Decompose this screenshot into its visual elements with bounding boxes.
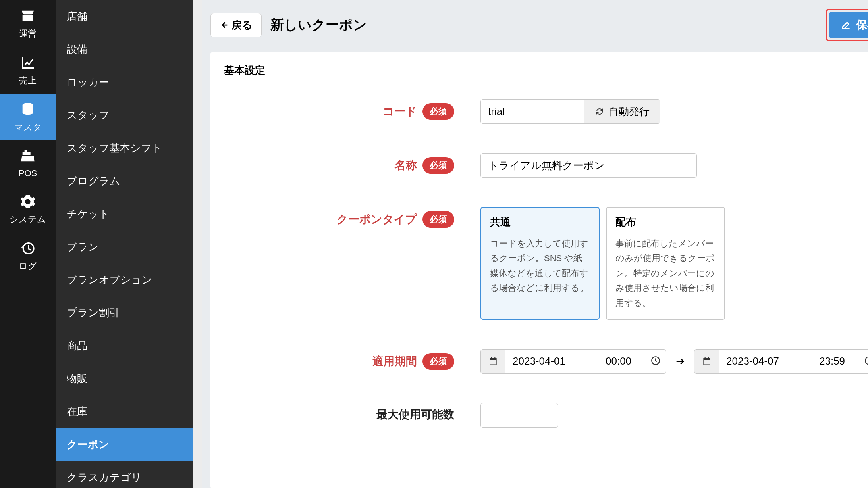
row-max-use: 最大使用可能数	[224, 403, 868, 428]
card-title: 基本設定	[210, 52, 868, 87]
history-icon	[20, 240, 36, 256]
label-code: コード	[383, 104, 417, 119]
snav-product[interactable]: 商品	[56, 329, 193, 362]
snav-coupon[interactable]: クーポン	[56, 428, 193, 461]
snav-merchandise[interactable]: 物販	[56, 362, 193, 395]
chart-line-icon	[20, 55, 36, 71]
snav-store[interactable]: 店舗	[56, 0, 193, 33]
coupon-type-distributed[interactable]: 配布 事前に配布したメンバーのみが使用できるクーポン。特定のメンバーにのみ使用さ…	[606, 207, 725, 320]
pnav-label: POS	[19, 168, 37, 179]
snav-ticket[interactable]: チケット	[56, 198, 193, 231]
gear-icon	[20, 194, 36, 209]
pnav-label: システム	[10, 213, 46, 225]
pnav-operations[interactable]: 運営	[0, 0, 56, 47]
pnav-label: ログ	[19, 260, 37, 272]
required-badge: 必須	[422, 157, 454, 174]
start-date-group	[480, 349, 666, 374]
refresh-icon	[595, 107, 604, 116]
database-icon	[20, 102, 36, 117]
back-button[interactable]: 戻る	[210, 13, 262, 37]
snav-staff-shift[interactable]: スタッフ基本シフト	[56, 132, 193, 165]
start-date-input[interactable]	[505, 349, 598, 374]
required-badge: 必須	[422, 353, 454, 370]
pnav-label: 売上	[19, 75, 37, 86]
main-content: 戻る 新しいクーポン 保存 基本設定 コード 必須	[202, 0, 868, 488]
row-period: 適用期間 必須	[224, 349, 868, 374]
label-name: 名称	[395, 158, 417, 173]
auto-issue-label: 自動発行	[608, 105, 650, 119]
pnav-label: マスタ	[14, 121, 42, 133]
name-input[interactable]	[480, 153, 697, 178]
pnav-sales[interactable]: 売上	[0, 47, 56, 94]
page-title: 新しいクーポン	[270, 16, 367, 34]
primary-sidebar: 運営 売上 マスタ POS システム ログ	[0, 0, 56, 488]
save-button[interactable]: 保存	[829, 12, 868, 38]
code-input[interactable]	[480, 99, 584, 124]
snav-class-category[interactable]: クラスカテゴリ	[56, 461, 193, 488]
calendar-icon	[694, 349, 719, 374]
store-icon	[20, 8, 36, 24]
type-desc: 事前に配布したメンバーのみが使用できるクーポン。特定のメンバーにのみ使用させたい…	[615, 236, 716, 310]
row-code: コード 必須 自動発行	[224, 99, 868, 124]
snav-program[interactable]: プログラム	[56, 165, 193, 198]
end-date-input[interactable]	[719, 349, 812, 374]
max-use-input[interactable]	[480, 403, 558, 428]
row-name: 名称 必須	[224, 153, 868, 178]
snav-inventory[interactable]: 在庫	[56, 395, 193, 428]
arrow-right-icon	[666, 356, 694, 367]
type-title: 配布	[615, 215, 716, 229]
pnav-log[interactable]: ログ	[0, 232, 56, 279]
basic-settings-card: 基本設定 コード 必須 自動発行 名称	[210, 52, 868, 488]
type-desc: コードを入力して使用するクーポン。SNS や紙媒体などを通して配布する場合などに…	[490, 236, 590, 296]
pnav-pos[interactable]: POS	[0, 140, 56, 186]
save-label: 保存	[856, 17, 868, 33]
row-coupon-type: クーポンタイプ 必須 共通 コードを入力して使用するクーポン。SNS や紙媒体な…	[224, 207, 868, 320]
pnav-master[interactable]: マスタ	[0, 94, 56, 140]
snav-plan[interactable]: プラン	[56, 231, 193, 263]
back-label: 戻る	[231, 18, 253, 32]
start-time-input[interactable]	[598, 349, 666, 374]
pnav-system[interactable]: システム	[0, 186, 56, 232]
auto-issue-button[interactable]: 自動発行	[584, 99, 660, 124]
required-badge: 必須	[422, 211, 454, 228]
cash-register-icon	[20, 148, 36, 164]
secondary-sidebar: 店舗 設備 ロッカー スタッフ スタッフ基本シフト プログラム チケット プラン…	[56, 0, 193, 488]
end-time-input[interactable]	[812, 349, 868, 374]
required-badge: 必須	[422, 103, 454, 120]
edit-icon	[841, 20, 851, 30]
snav-locker[interactable]: ロッカー	[56, 66, 193, 99]
page-header: 戻る 新しいクーポン 保存	[210, 9, 868, 41]
pnav-label: 運営	[19, 28, 37, 40]
label-max-use: 最大使用可能数	[376, 407, 454, 422]
snav-staff[interactable]: スタッフ	[56, 99, 193, 132]
calendar-icon	[480, 349, 505, 374]
label-period: 適用期間	[372, 354, 417, 369]
snav-plan-option[interactable]: プランオプション	[56, 263, 193, 296]
snav-facility[interactable]: 設備	[56, 33, 193, 66]
label-coupon-type: クーポンタイプ	[337, 212, 417, 227]
save-button-highlight: 保存	[826, 9, 868, 41]
coupon-type-common[interactable]: 共通 コードを入力して使用するクーポン。SNS や紙媒体などを通して配布する場合…	[480, 207, 600, 320]
arrow-left-icon	[220, 21, 228, 29]
scroll-gutter[interactable]	[193, 0, 202, 488]
type-title: 共通	[490, 215, 590, 229]
end-date-group	[694, 349, 868, 374]
snav-plan-discount[interactable]: プラン割引	[56, 296, 193, 329]
